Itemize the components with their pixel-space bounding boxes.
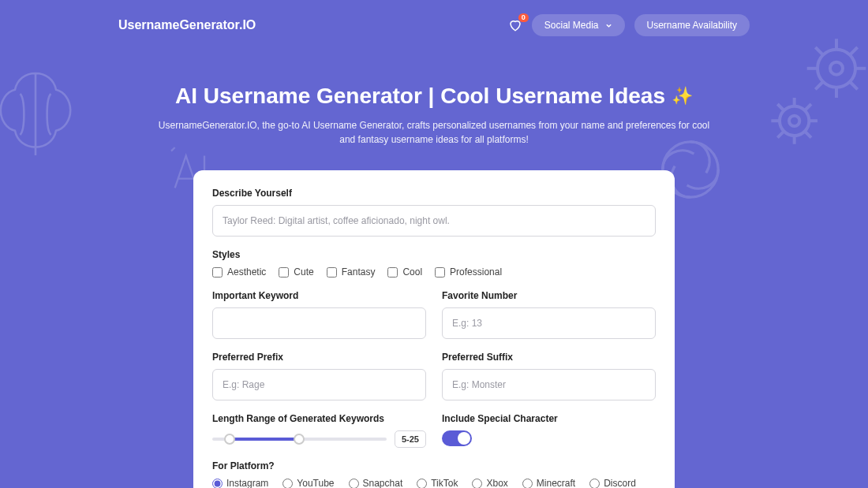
svg-point-1 <box>817 50 855 88</box>
suffix-label: Preferred Suffix <box>442 352 656 363</box>
header-nav: 0 Social Media Username Availability <box>508 14 750 36</box>
svg-point-2 <box>830 62 843 75</box>
hero: AI Username Generator | Cool Username Id… <box>0 84 868 147</box>
platform-option-discord[interactable]: Discord <box>589 478 636 488</box>
suffix-input[interactable] <box>442 369 656 400</box>
favorites-count-badge: 0 <box>518 13 529 22</box>
page-subtitle: UsernameGenerator.IO, the go-to AI Usern… <box>150 118 718 147</box>
availability-label: Username Availability <box>647 20 738 31</box>
platform-option-snapchat[interactable]: Snapchat <box>349 478 403 488</box>
platform-option-tiktok[interactable]: TikTok <box>417 478 458 488</box>
style-option-aesthetic[interactable]: Aesthetic <box>212 266 266 278</box>
header: UsernameGenerator.IO 0 Social Media User… <box>0 0 868 36</box>
special-label: Include Special Character <box>442 413 656 424</box>
describe-input[interactable] <box>212 205 656 237</box>
svg-point-3 <box>780 106 809 136</box>
length-range-value: 5-25 <box>395 430 426 448</box>
length-slider[interactable] <box>212 438 387 441</box>
length-label: Length Range of Generated Keywords <box>212 413 426 424</box>
gears-icon <box>758 32 868 158</box>
platform-option-instagram[interactable]: Instagram <box>212 478 268 488</box>
platform-option-minecraft[interactable]: Minecraft <box>522 478 575 488</box>
style-option-fantasy[interactable]: Fantasy <box>327 266 376 278</box>
page-title: AI Username Generator | Cool Username Id… <box>175 84 693 109</box>
platform-option-youtube[interactable]: YouTube <box>282 478 334 488</box>
favorite-number-label: Favorite Number <box>442 290 656 301</box>
username-availability-button[interactable]: Username Availability <box>634 14 750 36</box>
style-option-cool[interactable]: Cool <box>387 266 422 278</box>
describe-label: Describe Yourself <box>212 188 656 199</box>
prefix-label: Preferred Prefix <box>212 352 426 363</box>
chevron-down-icon <box>605 22 612 29</box>
sparkle-icon: ✨ <box>672 86 693 106</box>
svg-point-4 <box>789 116 799 126</box>
prefix-input[interactable] <box>212 369 426 400</box>
styles-label: Styles <box>212 249 656 260</box>
keyword-label: Important Keyword <box>212 290 426 301</box>
social-media-dropdown[interactable]: Social Media <box>532 14 625 36</box>
special-char-toggle[interactable] <box>442 430 472 446</box>
keyword-input[interactable] <box>212 307 426 339</box>
site-logo[interactable]: UsernameGenerator.IO <box>118 18 256 32</box>
platform-label: For Platform? <box>212 460 656 471</box>
platform-option-xbox[interactable]: Xbox <box>472 478 507 488</box>
favorites-button[interactable]: 0 <box>508 18 522 32</box>
favorite-number-input[interactable] <box>442 307 656 339</box>
brain-icon <box>0 63 87 166</box>
social-media-label: Social Media <box>544 20 599 31</box>
style-option-professional[interactable]: Professional <box>435 266 502 278</box>
style-option-cute[interactable]: Cute <box>279 266 313 278</box>
generator-form: Describe Yourself Styles AestheticCuteFa… <box>193 170 675 488</box>
